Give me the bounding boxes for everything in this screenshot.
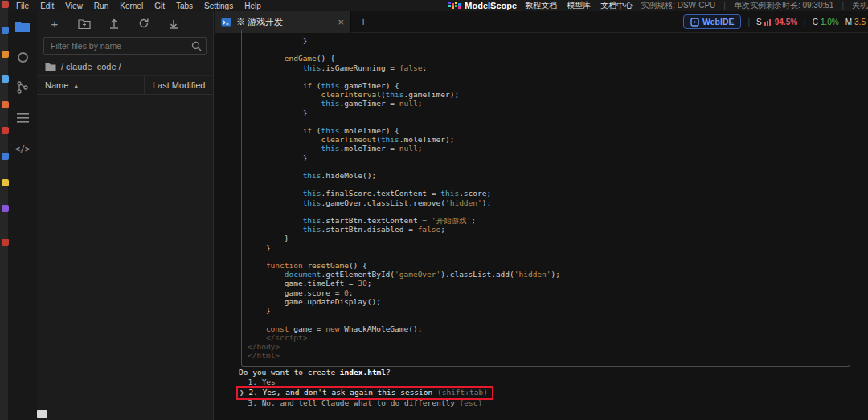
git-icon[interactable]	[8, 72, 37, 103]
code-line	[248, 180, 844, 189]
breadcrumb[interactable]: / claude_code /	[37, 58, 213, 75]
nav-link[interactable]: 文档中心	[600, 0, 633, 11]
brand-name: ModelScope	[465, 1, 517, 10]
file-filter-input[interactable]	[43, 37, 207, 55]
webide-icon	[690, 18, 699, 27]
code-line: </html>	[248, 351, 844, 360]
code-line: if (this.gameTimer) {	[248, 81, 844, 90]
code-line: clearTimeout(this.moleTimer);	[248, 135, 844, 144]
bookmark-icon[interactable]	[2, 153, 9, 160]
main-area: ※ 游戏开发 × + WebIDE | S 94	[215, 11, 868, 420]
code-line	[248, 45, 844, 54]
column-last-modified[interactable]: Last Modified	[145, 80, 205, 90]
webide-button[interactable]: WebIDE	[683, 14, 741, 29]
code-line	[248, 162, 844, 171]
code-line	[248, 117, 844, 126]
code-line: if (this.moleTimer) {	[248, 126, 844, 135]
menu-items: FileEditViewRunKernelGitTabsSettingsHelp	[8, 2, 261, 10]
bookmark-icon[interactable]	[2, 51, 9, 58]
signal-bars-icon	[764, 18, 772, 26]
extensions-icon[interactable]: </>	[8, 133, 37, 164]
bookmark-icon[interactable]	[2, 205, 9, 212]
bookmark-icon[interactable]	[2, 101, 9, 108]
code-line	[248, 315, 844, 324]
new-tab-button[interactable]: +	[351, 15, 375, 28]
prompt-option-3[interactable]: 3. No, and tell Claude what to do differ…	[239, 398, 493, 408]
tab-title: ※ 游戏开发	[236, 16, 283, 28]
table-of-contents-icon[interactable]	[8, 103, 37, 133]
bookmark-icon[interactable]	[2, 75, 9, 83]
refresh-icon[interactable]	[137, 17, 150, 30]
menu-view[interactable]: View	[65, 2, 83, 10]
bookmark-icon[interactable]	[2, 1, 9, 8]
activity-bar: </>	[8, 11, 37, 420]
menu-run[interactable]: Run	[94, 2, 108, 10]
terminal-tab-icon	[221, 17, 231, 27]
menu-file[interactable]: File	[16, 2, 29, 10]
code-line: this.gameOver.classList.remove('hidden')…	[248, 198, 844, 207]
menubar-right: ModelScope 教程文档模型库文档中心 实例规格: DSW-CPU | 单…	[448, 0, 868, 11]
menu-settings[interactable]: Settings	[204, 2, 233, 10]
file-filter	[43, 37, 207, 55]
running-sessions-icon[interactable]	[8, 42, 37, 72]
shutdown-link[interactable]: 关机	[852, 0, 868, 11]
code-line: game.timeLeft = 30;	[248, 279, 844, 287]
bookmark-icon[interactable]	[2, 179, 9, 186]
permission-prompt: Do you want to create index.html? 1. Yes…	[239, 368, 493, 409]
code-line: function resetGame() {	[248, 261, 844, 270]
code-line: this.gameTimer = null;	[248, 99, 844, 108]
breadcrumb-path[interactable]: / claude_code /	[61, 62, 121, 71]
code-line	[248, 207, 844, 216]
column-name[interactable]: Name ▲	[37, 76, 145, 94]
code-line: }	[248, 306, 844, 315]
code-line: this.moleTimer = null;	[248, 144, 844, 153]
status-indicator	[37, 410, 47, 418]
top-nav: 教程文档模型库文档中心	[525, 0, 633, 11]
modelscope-dots-icon	[448, 2, 461, 10]
instance-spec: 实例规格: DSW-CPU	[641, 0, 715, 11]
search-icon	[191, 40, 202, 55]
browser-bookmark-strip	[0, 0, 8, 420]
memory-stat: M 3.5	[845, 18, 866, 27]
file-browser-icon[interactable]	[8, 11, 37, 42]
menu-tabs[interactable]: Tabs	[176, 2, 193, 10]
tabbar-right: WebIDE | S 94.5% | C 1.0% M 3.5	[683, 14, 868, 29]
bookmark-icon[interactable]	[2, 27, 9, 34]
code-block: } endGame() { this.isGameRunning = false…	[241, 30, 850, 367]
code-line: }	[248, 153, 844, 162]
bookmark-icon[interactable]	[2, 239, 9, 246]
code-line	[248, 72, 844, 81]
code-line	[248, 252, 844, 261]
menu-kernel[interactable]: Kernel	[120, 2, 143, 10]
code-line: this.finalScore.textContent = this.score…	[248, 189, 844, 198]
divider: |	[804, 18, 806, 27]
storage-stat: S 94.5%	[756, 18, 797, 27]
divider: |	[747, 18, 750, 27]
new-launcher-icon[interactable]: +	[48, 17, 61, 30]
menu-help[interactable]: Help	[244, 2, 261, 10]
file-browser-panel: +	[37, 11, 214, 420]
bookmark-icon[interactable]	[2, 127, 9, 134]
code-line: this.isGameRunning = false;	[248, 63, 844, 72]
code-line: }	[248, 108, 844, 117]
session-time: 单次实例剩余时长: 09:30:51	[734, 0, 833, 11]
code-line: const game = new WhackAMoleGame();	[248, 324, 844, 333]
code-line: </script>	[248, 333, 844, 342]
menu-git[interactable]: Git	[154, 2, 165, 10]
code-line: }	[248, 243, 844, 252]
folder-icon	[45, 63, 56, 71]
prompt-option-2[interactable]: ❯ 2. Yes, and don't ask again this sessi…	[239, 388, 493, 398]
code-line: this.startBtn.disabled = false;	[248, 225, 844, 234]
upload-icon[interactable]	[108, 17, 121, 30]
menu-edit[interactable]: Edit	[40, 2, 54, 10]
file-list-headers: Name ▲ Last Modified	[37, 75, 213, 95]
tab-close-icon[interactable]: ×	[338, 17, 344, 27]
new-folder-icon[interactable]	[78, 17, 91, 30]
terminal-output: } endGame() { this.isGameRunning = false…	[215, 33, 868, 420]
code-line: clearInterval(this.gameTimer);	[248, 90, 844, 99]
app-window: FileEditViewRunKernelGitTabsSettingsHelp…	[0, 0, 868, 420]
menu-bar: FileEditViewRunKernelGitTabsSettingsHelp…	[8, 0, 868, 11]
nav-link[interactable]: 教程文档	[525, 0, 557, 11]
git-clone-icon[interactable]	[167, 17, 180, 30]
nav-link[interactable]: 模型库	[567, 0, 591, 11]
